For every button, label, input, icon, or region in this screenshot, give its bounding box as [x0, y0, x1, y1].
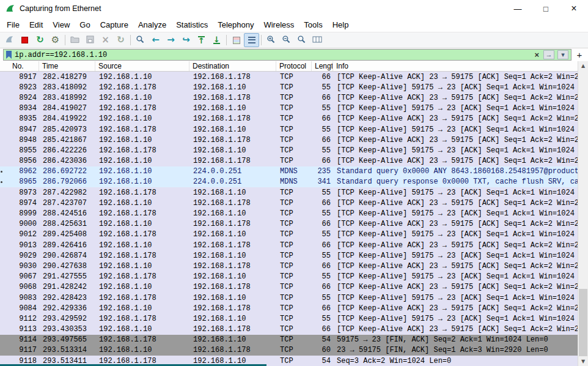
- cell-no: 9067: [4, 272, 39, 281]
- open-file-button[interactable]: [67, 33, 83, 47]
- menu-wireless[interactable]: Wireless: [259, 18, 299, 31]
- zoom-out-button[interactable]: [279, 33, 294, 47]
- cell-protocol: TCP: [276, 209, 312, 218]
- table-row[interactable]: 8956 286.423036 192.168.1.10 192.168.1.1…: [0, 156, 578, 166]
- restart-capture-button[interactable]: ↻: [32, 33, 48, 47]
- table-row[interactable]: 8999 288.424516 192.168.1.178 192.168.1.…: [0, 208, 578, 218]
- table-row[interactable]: 9112 293.429592 192.168.1.178 192.168.1.…: [0, 313, 578, 324]
- menu-help[interactable]: Help: [328, 18, 354, 31]
- menu-file[interactable]: File: [2, 18, 24, 31]
- filter-bookmark-icon[interactable]: [6, 51, 12, 59]
- find-packet-button[interactable]: [133, 33, 148, 47]
- table-row[interactable]: 8924 283.418992 192.168.1.10 192.168.1.1…: [0, 92, 578, 103]
- table-row[interactable]: 9012 289.425408 192.168.1.178 192.168.1.…: [0, 230, 578, 240]
- vertical-scrollbar[interactable]: ▲ ▼: [578, 61, 588, 366]
- cell-length: 55: [312, 125, 333, 134]
- cell-time: 287.422982: [39, 189, 95, 197]
- table-row[interactable]: 8934 284.419027 192.168.1.178 192.168.1.…: [0, 103, 578, 114]
- cell-length: 55: [312, 272, 333, 281]
- table-row[interactable]: 8962 286.692722 192.168.1.10 224.0.0.251…: [0, 166, 578, 177]
- table-row[interactable]: 8948 285.421867 192.168.1.10 192.168.1.1…: [0, 135, 578, 145]
- zoom-original-button[interactable]: [294, 33, 309, 47]
- restart-capture-icon: ↻: [36, 35, 44, 45]
- clear-filter-icon[interactable]: ×: [533, 50, 540, 59]
- table-row[interactable]: 9068 291.428242 192.168.1.10 192.168.1.1…: [0, 282, 578, 293]
- table-row[interactable]: 9117 293.513314 192.168.1.10 192.168.1.1…: [0, 345, 578, 356]
- table-row[interactable]: 8973 287.422982 192.168.1.178 192.168.1.…: [0, 187, 578, 198]
- menu-tools[interactable]: Tools: [299, 18, 327, 31]
- go-forward-button[interactable]: →: [163, 33, 178, 47]
- resize-columns-button[interactable]: [309, 33, 325, 47]
- cell-no: 9068: [4, 283, 39, 291]
- scrollbar-thumb[interactable]: [579, 289, 587, 356]
- display-filter-field[interactable]: × → ▾: [3, 49, 571, 61]
- table-row[interactable]: 8947 285.420973 192.168.1.178 192.168.1.…: [0, 124, 578, 135]
- stop-capture-button[interactable]: [17, 33, 32, 47]
- cell-info: [TCP Keep-Alive ACK] 23 → 59175 [ACK] Se…: [333, 73, 578, 81]
- menu-capture[interactable]: Capture: [95, 18, 133, 31]
- zoom-in-button[interactable]: [263, 33, 279, 47]
- row-gutter: [0, 156, 4, 166]
- column-header-source[interactable]: Source: [95, 61, 189, 71]
- scroll-up-icon[interactable]: ▲: [578, 61, 588, 70]
- menu-view[interactable]: View: [48, 18, 75, 31]
- cell-info: 23 → 59175 [FIN, ACK] Seq=1 Ack=3 Win=29…: [333, 346, 578, 354]
- save-file-button[interactable]: [83, 33, 98, 47]
- cell-no: 9114: [4, 335, 39, 344]
- column-header-destination[interactable]: Destination: [189, 61, 276, 71]
- minimize-button[interactable]: —: [504, 0, 532, 17]
- scroll-down-icon[interactable]: ▼: [578, 357, 588, 366]
- go-to-packet-button[interactable]: ↪: [178, 33, 194, 47]
- close-button[interactable]: ×: [560, 0, 588, 17]
- cell-protocol: MDNS: [276, 167, 312, 176]
- column-header-protocol[interactable]: Protocol: [276, 61, 312, 71]
- menu-telephony[interactable]: Telephony: [213, 18, 259, 31]
- row-gutter: [0, 250, 4, 261]
- table-row[interactable]: 8974 287.423707 192.168.1.10 192.168.1.1…: [0, 198, 578, 208]
- cell-protocol: TCP: [276, 252, 312, 260]
- table-row[interactable]: 9084 292.429336 192.168.1.10 192.168.1.1…: [0, 303, 578, 313]
- start-capture-button[interactable]: [2, 33, 17, 47]
- cell-protocol: TCP: [276, 83, 312, 92]
- close-capture-button[interactable]: ×: [98, 33, 113, 47]
- column-header-no[interactable]: No.: [0, 61, 39, 71]
- reload-button[interactable]: ↻: [113, 33, 128, 47]
- table-row[interactable]: 8965 286.792066 192.168.1.10 224.0.0.251…: [0, 177, 578, 187]
- table-row[interactable]: 9000 288.425631 192.168.1.10 192.168.1.1…: [0, 219, 578, 230]
- table-row[interactable]: 8923 283.418092 192.168.1.178 192.168.1.…: [0, 82, 578, 92]
- add-filter-button[interactable]: +: [574, 50, 585, 61]
- table-row[interactable]: 9030 290.427638 192.168.1.10 192.168.1.1…: [0, 261, 578, 271]
- table-row[interactable]: 9114 293.497565 192.168.1.178 192.168.1.…: [0, 335, 578, 345]
- cell-length: 60: [312, 346, 333, 354]
- table-row[interactable]: 9083 292.428423 192.168.1.178 192.168.1.…: [0, 293, 578, 303]
- table-row[interactable]: 9067 291.427555 192.168.1.178 192.168.1.…: [0, 272, 578, 282]
- column-header-length[interactable]: Length: [312, 61, 333, 71]
- apply-filter-button[interactable]: →: [543, 50, 554, 59]
- toolbar-separator: [130, 35, 131, 45]
- table-row[interactable]: 9113 293.430353 192.168.1.10 192.168.1.1…: [0, 324, 578, 335]
- go-first-icon: ↑: [198, 36, 205, 44]
- display-filter-input[interactable]: [15, 51, 530, 59]
- table-row[interactable]: 8955 286.422226 192.168.1.178 192.168.1.…: [0, 145, 578, 155]
- go-back-button[interactable]: ←: [148, 33, 163, 47]
- cell-protocol: TCP: [276, 304, 312, 313]
- menu-statistics[interactable]: Statistics: [171, 18, 213, 31]
- menu-go[interactable]: Go: [75, 18, 95, 31]
- table-row[interactable]: 8935 284.419922 192.168.1.10 192.168.1.1…: [0, 114, 578, 124]
- filter-dropdown-icon[interactable]: ▾: [557, 50, 568, 59]
- cell-length: 66: [312, 136, 333, 144]
- table-row[interactable]: 9013 289.426416 192.168.1.10 192.168.1.1…: [0, 240, 578, 250]
- go-last-packet-button[interactable]: ↓: [209, 33, 224, 47]
- maximize-button[interactable]: □: [532, 0, 560, 17]
- column-header-time[interactable]: Time: [39, 61, 95, 71]
- menu-edit[interactable]: Edit: [24, 18, 48, 31]
- table-row[interactable]: 8917 282.418279 192.168.1.10 192.168.1.1…: [0, 72, 578, 82]
- table-row[interactable]: 9029 290.426874 192.168.1.178 192.168.1.…: [0, 250, 578, 261]
- column-header-info[interactable]: Info: [333, 61, 578, 71]
- colorize-packets-button[interactable]: [229, 33, 244, 47]
- capture-options-button[interactable]: ⚙: [48, 33, 63, 47]
- cell-time: 286.692722: [39, 167, 95, 176]
- go-first-packet-button[interactable]: ↑: [194, 33, 209, 47]
- menu-analyze[interactable]: Analyze: [133, 18, 171, 31]
- auto-scroll-button[interactable]: [244, 33, 259, 47]
